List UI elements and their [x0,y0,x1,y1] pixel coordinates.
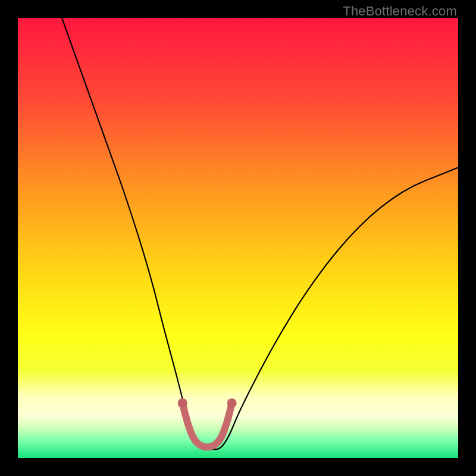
chart-frame: TheBottleneck.com [0,0,476,476]
curve-layer [18,18,458,458]
valley-highlight [183,405,231,447]
watermark-text: TheBottleneck.com [343,4,457,19]
valley-endpoint-dot [227,399,237,408]
bottleneck-curve [62,18,458,449]
plot-area [18,18,458,458]
valley-endpoint-dot [178,399,187,408]
